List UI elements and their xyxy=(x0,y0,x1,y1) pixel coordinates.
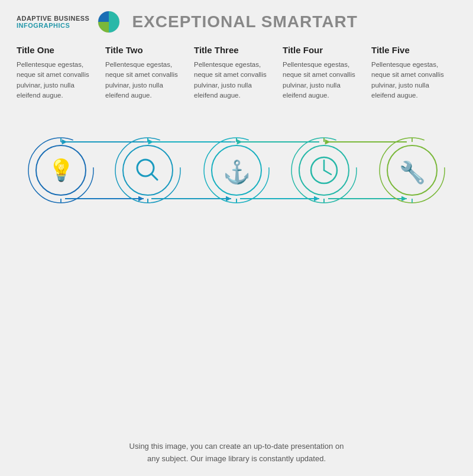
col-2-title: Title Two xyxy=(105,45,187,55)
brand-line1: ADAPTIVE BUSINESS xyxy=(17,15,89,22)
column-2: Title Two Pellentesque egestas, neque si… xyxy=(102,45,190,101)
infographic: 💡 ⚓ xyxy=(17,111,456,229)
svg-text:⚓: ⚓ xyxy=(223,158,251,186)
page: ADAPTIVE BUSINESS INFOGRAPHICS EXCEPTION… xyxy=(0,0,473,476)
brand: ADAPTIVE BUSINESS INFOGRAPHICS xyxy=(17,15,89,29)
svg-line-18 xyxy=(324,170,331,174)
brand-line2: INFOGRAPHICS xyxy=(17,22,89,29)
column-5: Title Five Pellentesque egestas, neque s… xyxy=(368,45,456,101)
col-4-title: Title Four xyxy=(283,45,364,55)
svg-text:💡: 💡 xyxy=(48,157,74,183)
svg-text:🔧: 🔧 xyxy=(399,160,426,185)
column-3: Title Three Pellentesque egestas, neque … xyxy=(190,45,279,101)
titles-row: Title One Pellentesque egestas, neque si… xyxy=(17,45,456,101)
header: ADAPTIVE BUSINESS INFOGRAPHICS EXCEPTION… xyxy=(0,0,473,39)
footer: Using this image, you can create an up-t… xyxy=(0,431,473,476)
column-4: Title Four Pellentesque egestas, neque s… xyxy=(279,45,368,101)
content: Title One Pellentesque egestas, neque si… xyxy=(0,39,473,431)
svg-point-8 xyxy=(123,145,173,195)
col-1-body: Pellentesque egestas, neque sit amet con… xyxy=(17,60,98,101)
footer-line2: any subject. Our image library is consta… xyxy=(147,454,326,463)
col-3-body: Pellentesque egestas, neque sit amet con… xyxy=(194,60,276,101)
col-5-body: Pellentesque egestas, neque sit amet con… xyxy=(371,60,453,101)
footer-line1: Using this image, you can create an up-t… xyxy=(129,442,344,451)
col-1-title: Title One xyxy=(17,45,98,55)
col-5-title: Title Five xyxy=(371,45,453,55)
pie-icon xyxy=(98,11,120,33)
header-title: EXCEPTIONAL SMARTART xyxy=(132,12,357,31)
infographic-svg: 💡 ⚓ xyxy=(17,111,456,229)
svg-point-7 xyxy=(115,138,180,203)
column-1: Title One Pellentesque egestas, neque si… xyxy=(17,45,102,101)
col-4-body: Pellentesque egestas, neque sit amet con… xyxy=(283,60,364,101)
svg-line-10 xyxy=(151,174,157,180)
col-2-body: Pellentesque egestas, neque sit amet con… xyxy=(105,60,187,101)
col-3-title: Title Three xyxy=(194,45,276,55)
